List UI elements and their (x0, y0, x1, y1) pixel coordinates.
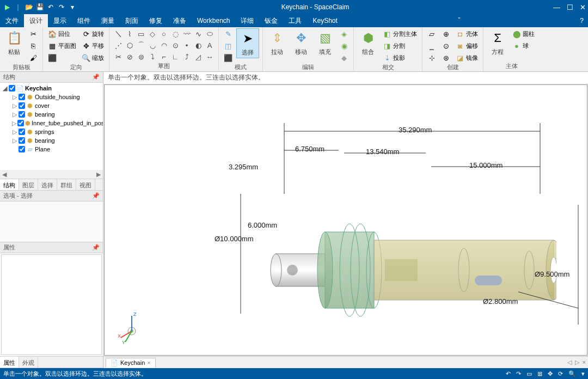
sketch-mode-button[interactable]: ✎ (222, 28, 234, 39)
status-selection-icon[interactable]: ▭ (526, 370, 532, 377)
status-zoom-icon[interactable]: 🔍 (568, 370, 576, 377)
status-undo-icon[interactable]: ↶ (506, 370, 511, 377)
lower-tab-appearance[interactable]: 外观 (19, 357, 38, 368)
equation-button[interactable]: Σ方程 (487, 28, 509, 57)
close-button[interactable]: ✕ (580, 3, 586, 11)
visibility-checkbox[interactable] (19, 94, 25, 100)
project-button[interactable]: ⇣投影 (381, 52, 419, 63)
cut-button[interactable]: ✂ (27, 28, 39, 39)
tab-repair[interactable]: 修复 (144, 14, 168, 27)
csys-button[interactable]: ⊛ (440, 52, 452, 63)
blend-button[interactable]: ◉ (338, 40, 350, 51)
status-snap-icon[interactable]: ⊞ (537, 370, 542, 377)
status-menu-icon[interactable]: ▾ (581, 370, 585, 377)
status-redo-icon[interactable]: ↷ (516, 370, 521, 377)
circle3pt-tool[interactable]: ◌ (170, 28, 181, 39)
save-icon[interactable]: 💾 (35, 2, 45, 12)
3d-canvas[interactable]: 35.290mm 6.750mm 13.540mm 15.000mm 3.295… (104, 84, 587, 356)
visibility-checkbox[interactable] (19, 146, 25, 152)
face-curve-tool[interactable]: ◐ (193, 40, 204, 51)
root-visibility-checkbox[interactable] (9, 85, 15, 91)
tab-nav-left-icon[interactable]: ◁ (567, 359, 572, 366)
tree-item[interactable]: ▷⬢springs (11, 127, 102, 136)
plane-button[interactable]: ▱ (426, 28, 438, 39)
split-curve-tool[interactable]: ⊘ (124, 51, 135, 62)
tree-item[interactable]: ▷⬢Inner_tube_pushed_in_pos (11, 119, 102, 127)
side-tab-selection[interactable]: 选择 (38, 179, 57, 190)
qat-dropdown-icon[interactable]: ▾ (68, 2, 77, 12)
rect-tool[interactable]: ▭ (136, 28, 146, 39)
tab-assembly[interactable]: 组件 (72, 14, 96, 27)
select-button[interactable]: ➤ 选择 (236, 28, 259, 58)
datum-origin-button[interactable]: ⊕ (440, 28, 452, 39)
replace-button[interactable]: ◈ (338, 28, 350, 39)
zoom-button[interactable]: 🔍缩放 (80, 52, 106, 63)
copy-button[interactable]: ⎘ (27, 40, 39, 51)
run-icon[interactable]: ▶ (2, 2, 12, 12)
visibility-checkbox[interactable] (17, 120, 24, 126)
tree-item[interactable]: ▱Plane (11, 145, 102, 154)
doc-close-icon[interactable]: × (147, 359, 150, 366)
expand-icon[interactable]: ▷ (12, 111, 17, 118)
tree-item[interactable]: ▷⬢Outside_housing (11, 93, 102, 101)
tree-root[interactable]: ◢ 📄 Keychain (1, 84, 102, 93)
expand-icon[interactable]: ▷ (12, 137, 17, 144)
tangent-arc-tool[interactable]: ⊙ (170, 40, 181, 51)
axis-button[interactable]: ⎯ (426, 40, 438, 51)
tree-item[interactable]: ▷⬢bearing (11, 110, 102, 119)
splitbody-button[interactable]: ◧分割主体 (381, 28, 419, 39)
tree-item[interactable]: ▷⬢bearing (11, 136, 102, 145)
spline-tool[interactable]: 〰 (181, 28, 192, 39)
sphere-button[interactable]: ●球 (511, 40, 536, 51)
tab-sheetmetal[interactable]: 钣金 (259, 14, 283, 27)
project-tool[interactable]: ⤵ (147, 51, 158, 62)
nav-right-icon[interactable]: ▶ (96, 171, 101, 178)
pull-button[interactable]: ⇕拉动 (266, 28, 288, 57)
move-button[interactable]: ✥移动 (290, 28, 312, 57)
fill-button[interactable]: ▧填充 (314, 28, 336, 57)
help-button[interactable]: ? (580, 17, 588, 25)
side-tab-structure[interactable]: 结构 (0, 179, 19, 190)
expand-icon[interactable]: ▷ (12, 94, 17, 101)
fillet-tool[interactable]: ⌐ (158, 51, 169, 62)
nav-left-icon[interactable]: ◀ (2, 171, 7, 178)
arc-tool[interactable]: ⌒ (136, 40, 146, 51)
panel-pin-icon[interactable]: 📌 (92, 74, 100, 81)
circle-tool[interactable]: ○ (158, 28, 169, 39)
side-tab-layers[interactable]: 图层 (19, 179, 38, 190)
undo-icon[interactable]: ↶ (46, 2, 56, 12)
arc3pt-tool[interactable]: ◡ (147, 40, 158, 51)
redo-icon[interactable]: ↷ (57, 2, 66, 12)
bend-tool[interactable]: ⤴ (181, 51, 192, 62)
expand-icon[interactable]: ▷ (12, 102, 17, 109)
expand-icon[interactable]: ▷ (12, 120, 16, 127)
minimize-button[interactable]: — (553, 3, 560, 11)
construction-line-tool[interactable]: ⋰ (113, 40, 124, 51)
text-tool[interactable]: A (204, 40, 215, 51)
tab-measure[interactable]: 测量 (96, 14, 120, 27)
status-pan-icon[interactable]: ✥ (548, 370, 553, 377)
home-button[interactable]: 🏠回位 (46, 28, 78, 39)
tweak-button[interactable]: ◆ (338, 52, 350, 63)
line-tool[interactable]: ＼ (113, 28, 124, 39)
lower-tab-props[interactable]: 属性 (0, 357, 19, 368)
local-origin-button[interactable]: ⊙ (440, 40, 452, 51)
tab-design[interactable]: 设计 (24, 14, 48, 27)
split-button[interactable]: ◨分割 (381, 40, 419, 51)
tab-tools[interactable]: 工具 (283, 14, 307, 27)
section-mode-button[interactable]: ◫ (222, 40, 234, 51)
tab-detail[interactable]: 详细 (235, 14, 259, 27)
shell-button[interactable]: ◘壳体 (454, 28, 480, 39)
visibility-checkbox[interactable] (19, 102, 25, 109)
dim-tool[interactable]: ↔ (204, 51, 215, 62)
point-tool[interactable]: • (181, 40, 192, 51)
structure-tree[interactable]: ◢ 📄 Keychain ▷⬢Outside_housing ▷⬢cover ▷… (0, 83, 103, 170)
tab-file[interactable]: 文件 (0, 14, 24, 27)
pan-button[interactable]: ✥平移 (80, 40, 106, 51)
orientation-triad[interactable]: Z X Y (115, 311, 148, 344)
tab-keyshot[interactable]: KeyShot (307, 14, 342, 27)
view-cube-button[interactable]: ⬛ (46, 52, 78, 63)
side-tab-groups[interactable]: 群组 (57, 179, 76, 190)
tab-workbench[interactable]: Workbench (192, 14, 235, 27)
polygon-tool[interactable]: ⬡ (124, 40, 135, 51)
